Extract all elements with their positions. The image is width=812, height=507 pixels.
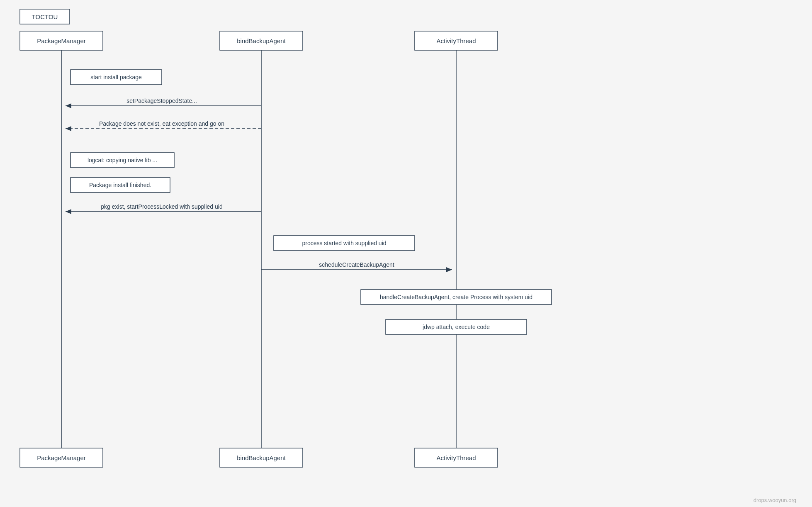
svg-text:ActivityThread: ActivityThread (436, 37, 476, 44)
svg-text:logcat: copying native lib ...: logcat: copying native lib ... (88, 157, 157, 163)
svg-text:Package install finished.: Package install finished. (89, 182, 151, 188)
svg-text:handleCreateBackupAgent, creat: handleCreateBackupAgent, create Process … (380, 294, 532, 300)
svg-text:TOCTOU: TOCTOU (32, 13, 58, 20)
svg-text:drops.wooyun.org: drops.wooyun.org (754, 497, 796, 503)
svg-text:start install package: start install package (90, 74, 142, 80)
svg-text:scheduleCreateBackupAgent: scheduleCreateBackupAgent (319, 261, 394, 268)
svg-text:Package does not exist, eat ex: Package does not exist, eat exception an… (99, 120, 224, 127)
sequence-diagram: TOCTOU PackageManager bindBackupAgent Ac… (0, 0, 812, 507)
svg-text:setPackageStoppedState...: setPackageStoppedState... (126, 98, 197, 104)
svg-text:bindBackupAgent: bindBackupAgent (237, 454, 286, 461)
svg-text:pkg exist, startProcessLocked : pkg exist, startProcessLocked with suppl… (101, 203, 222, 210)
svg-text:process started with supplied : process started with supplied uid (302, 240, 386, 246)
svg-text:jdwp attach, execute code: jdwp attach, execute code (422, 324, 490, 330)
diagram-container: TOCTOU PackageManager bindBackupAgent Ac… (0, 0, 812, 507)
svg-text:PackageManager: PackageManager (37, 37, 86, 44)
svg-text:PackageManager: PackageManager (37, 454, 86, 461)
svg-text:bindBackupAgent: bindBackupAgent (237, 37, 286, 44)
svg-text:ActivityThread: ActivityThread (436, 454, 476, 461)
